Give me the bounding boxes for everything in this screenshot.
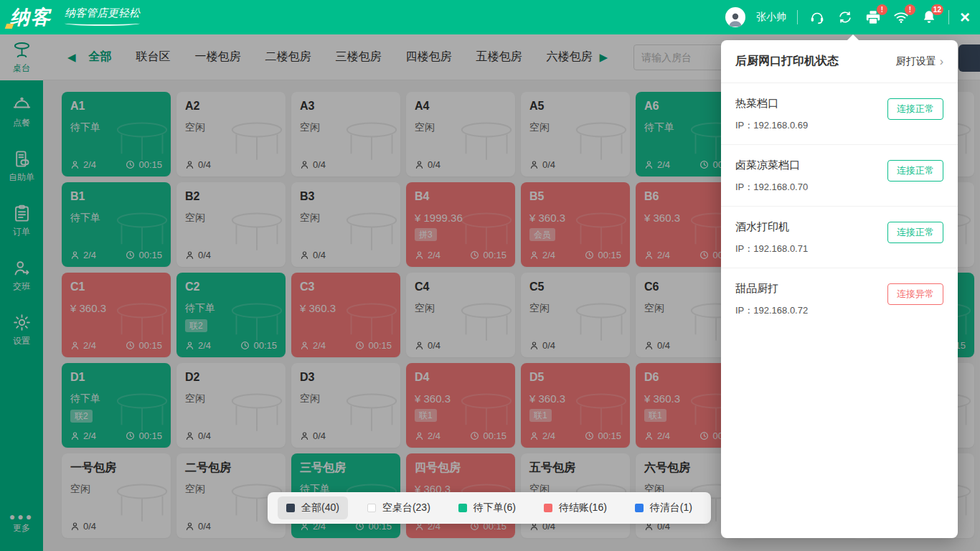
top-bar-right: 张小帅 <box>725 7 970 27</box>
brand-logo: 纳客 <box>10 4 52 30</box>
close-icon[interactable]: × <box>960 9 970 26</box>
wifi-alert-badge: ! <box>905 4 915 15</box>
notification-bell-icon[interactable]: 12 <box>920 9 938 26</box>
settings-link-label: 厨打设置 <box>896 55 936 68</box>
brand-slogan: 纳客管店更轻松 <box>65 6 140 26</box>
legend-label: 待结账(16) <box>559 501 607 514</box>
printer-alert-badge: ! <box>877 4 887 15</box>
printer-ip: IP：192.168.0.69 <box>735 119 943 132</box>
legend-item[interactable]: 待清台(1) <box>626 496 701 519</box>
printer-ip: IP：192.168.0.70 <box>735 181 943 194</box>
status-legend-bar: 全部(40) 空桌台(23) 待下单(6) 待结账(16) 待清台(1) <box>268 492 711 524</box>
avatar[interactable] <box>725 7 745 27</box>
logo-text: 纳客 <box>10 6 52 28</box>
popup-header: 后厨网口打印机状态 厨打设置 › <box>721 40 958 83</box>
printer-ip: IP：192.168.0.71 <box>735 242 943 255</box>
printer-connection-badge[interactable]: 连接异常 <box>887 283 943 305</box>
legend-color-square <box>286 504 295 512</box>
cloud-sync-icon[interactable] <box>837 9 854 26</box>
printer-connection-badge[interactable]: 连接正常 <box>887 222 943 243</box>
user-name[interactable]: 张小帅 <box>756 11 786 24</box>
chevron-right-icon: › <box>940 55 943 68</box>
legend-item[interactable]: 全部(40) <box>278 496 348 519</box>
legend-label: 全部(40) <box>301 501 339 514</box>
customer-service-icon[interactable] <box>809 9 826 26</box>
printer-status-popup: 后厨网口打印机状态 厨打设置 › 热菜档口 IP：192.168.0.69 连接… <box>721 40 958 538</box>
printer-ip: IP：192.168.0.72 <box>735 304 943 317</box>
legend-item[interactable]: 空桌台(23) <box>359 496 439 519</box>
legend-label: 空桌台(23) <box>382 501 430 514</box>
printer-status-icon[interactable]: ! <box>864 9 882 26</box>
legend-item[interactable]: 待下单(6) <box>450 496 524 519</box>
divider <box>948 10 949 24</box>
divider <box>797 10 798 24</box>
legend-color-square <box>544 504 552 512</box>
printer-row: 卤菜凉菜档口 IP：192.168.0.70 连接正常 <box>721 144 958 206</box>
notification-count-badge: 12 <box>931 4 943 15</box>
legend-item[interactable]: 待结账(16) <box>535 496 616 519</box>
popup-title: 后厨网口打印机状态 <box>735 54 839 69</box>
printer-connection-badge[interactable]: 连接正常 <box>887 98 943 120</box>
kitchen-print-settings-link[interactable]: 厨打设置 › <box>896 55 943 68</box>
printer-row: 甜品厨打 IP：192.168.0.72 连接异常 <box>721 268 958 329</box>
legend-color-square <box>367 504 376 512</box>
wifi-icon[interactable]: ! <box>892 9 910 26</box>
legend-color-square <box>458 504 467 512</box>
printer-connection-badge[interactable]: 连接正常 <box>887 160 943 182</box>
popup-arrow <box>847 34 859 41</box>
app-window: 纳客 纳客管店更轻松 张小帅 <box>0 0 980 551</box>
legend-label: 待下单(6) <box>473 501 516 514</box>
legend-label: 待清台(1) <box>650 501 692 514</box>
printer-row: 酒水打印机 IP：192.168.0.71 连接正常 <box>721 206 958 268</box>
top-bar: 纳客 纳客管店更轻松 张小帅 <box>0 0 980 34</box>
printer-list: 热菜档口 IP：192.168.0.69 连接正常 卤菜凉菜档口 IP：192.… <box>721 83 958 329</box>
printer-row: 热菜档口 IP：192.168.0.69 连接正常 <box>721 83 958 144</box>
avatar-person-icon <box>727 10 744 27</box>
legend-color-square <box>635 504 644 512</box>
